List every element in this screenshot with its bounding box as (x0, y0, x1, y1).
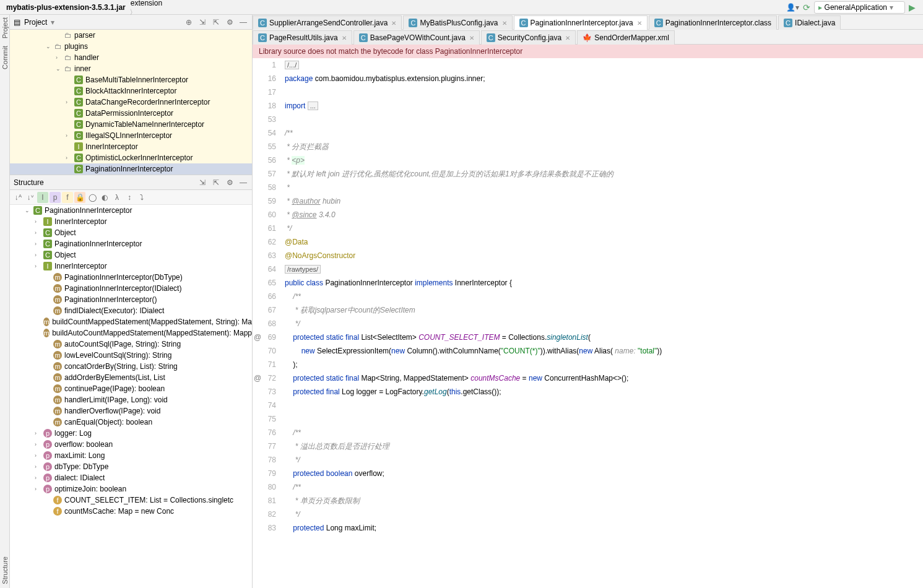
filter-field-icon[interactable]: f (62, 192, 73, 203)
structure-row[interactable]: mcontinuePage(IPage): boolean (10, 383, 252, 394)
run-icon[interactable]: ▶ (909, 2, 916, 12)
project-panel-header: ▤ Project ▾ ⊕ ⇲ ⇱ ⚙ — (10, 15, 252, 30)
user-icon[interactable]: 👤▾ (786, 3, 799, 12)
structure-row[interactable]: mPaginationInnerInterceptor(IDialect) (10, 283, 252, 294)
structure-row[interactable]: mconcatOrderBy(String, List): String (10, 361, 252, 372)
structure-row[interactable]: mhandlerOverflow(IPage): void (10, 405, 252, 417)
tree-row[interactable]: CDataPermissionInterceptor (10, 108, 252, 119)
expand-all-icon[interactable]: ⇲ (197, 17, 207, 27)
structure-row[interactable]: ›IInnerInterceptor (10, 261, 252, 272)
rail-commit[interactable]: Commit (1, 46, 9, 69)
structure-row[interactable]: maddOrderByElements(List, List (10, 372, 252, 383)
structure-toolbar: ↓ᴬ ↓ᵛ I p f 🔒 ◯ ◐ λ ↕ ⤵ (10, 190, 252, 205)
editor-tab[interactable]: CSecurityConfig.java✕ (481, 30, 576, 45)
structure-row[interactable]: fCOUNT_SELECT_ITEM: List = Collections.s… (10, 495, 252, 506)
settings-icon[interactable]: ⚙ (225, 17, 235, 27)
structure-panel-header: Structure ⇲ ⇱ ⚙ — (10, 175, 252, 190)
structure-row[interactable]: ›pmaxLimit: Long (10, 450, 252, 461)
build-icon[interactable]: ⟳ (803, 2, 810, 12)
filter-autoscroll-icon[interactable]: ⤵ (136, 192, 147, 203)
code-editor[interactable]: 116171853545556575859606162636465666768@… (253, 58, 923, 588)
editor-tab[interactable]: 🍁SendOrderMapper.xml (577, 30, 675, 45)
tree-row[interactable]: ›COptimisticLockerInnerInterceptor (10, 152, 252, 163)
project-tree[interactable]: 🗀parser⌄🗀plugins›🗀handler⌄🗀innerCBaseMul… (10, 30, 252, 175)
tree-row[interactable]: CBlockAttackInnerInterceptor (10, 85, 252, 97)
collapse-icon[interactable]: ⇱ (211, 178, 221, 188)
hide-struct-icon[interactable]: — (238, 178, 248, 188)
structure-row[interactable]: ›plogger: Log (10, 428, 252, 439)
structure-row[interactable]: mlowLevelCountSql(String): String (10, 350, 252, 361)
structure-row[interactable]: mhandlerLimit(IPage, Long): void (10, 394, 252, 405)
warning-banner: Library source does not match the byteco… (253, 45, 923, 58)
tree-row[interactable]: CBaseMultiTableInnerInterceptor (10, 74, 252, 85)
project-panel-title: Project (24, 18, 47, 27)
tree-row[interactable]: ⌄🗀plugins (10, 41, 252, 52)
structure-row[interactable]: mcanEqual(Object): boolean (10, 417, 252, 428)
filter-lambda-icon[interactable]: λ (111, 192, 123, 203)
structure-row[interactable]: mPaginationInnerInterceptor(DbType) (10, 272, 252, 283)
hide-icon[interactable]: — (238, 17, 248, 27)
structure-row[interactable]: mbuildAutoCountMappedStatement(MappedSta… (10, 327, 252, 339)
expand-icon[interactable]: ⇲ (197, 178, 207, 188)
tree-row[interactable]: IInnerInterceptor (10, 141, 252, 152)
locate-icon[interactable]: ⊕ (184, 17, 194, 27)
close-icon[interactable]: ✕ (637, 20, 642, 27)
tree-row[interactable]: 🗀parser (10, 30, 252, 41)
structure-row[interactable]: mPaginationInnerInterceptor() (10, 294, 252, 305)
structure-tree[interactable]: ⌄CPaginationInnerInterceptor›IInnerInter… (10, 205, 252, 588)
navigation-bar: mybatis-plus-extension-3.5.3.1.jar 〉com〉… (0, 0, 923, 15)
editor-tab[interactable]: CSupplierArrangeSendController.java✕ (253, 15, 402, 30)
structure-row[interactable]: fcountMsCache: Map = new Conc (10, 506, 252, 517)
structure-row[interactable]: ›poverflow: boolean (10, 439, 252, 450)
tree-row[interactable]: ›CDataChangeRecorderInnerInterceptor (10, 97, 252, 108)
gear-icon[interactable]: ⚙ (225, 178, 235, 188)
editor-tab[interactable]: CPageResultUtils.java✕ (253, 30, 352, 45)
structure-row[interactable]: mbuildCountMappedStatement(MappedStateme… (10, 316, 252, 327)
rail-project[interactable]: Project (1, 17, 9, 38)
structure-row[interactable]: ›IInnerInterceptor (10, 216, 252, 227)
run-config-select[interactable]: ▸ GeneralApplication ▾ (814, 1, 905, 14)
tree-row[interactable]: CPaginationInnerInterceptor (10, 163, 252, 175)
filter-inherited-icon[interactable]: ◯ (87, 192, 98, 203)
breadcrumb-item[interactable]: extension (128, 0, 231, 7)
tree-row[interactable]: CDynamicTableNameInnerInterceptor (10, 119, 252, 130)
editor-tab[interactable]: CBasePageVOWithCount.java✕ (353, 30, 480, 45)
structure-row[interactable]: mfindIDialect(Executor): IDialect (10, 305, 252, 316)
structure-row[interactable]: ›CObject (10, 249, 252, 261)
structure-row[interactable]: ⌄CPaginationInnerInterceptor (10, 205, 252, 216)
editor-tab[interactable]: CIDialect.java (778, 15, 841, 30)
line-gutter: 116171853545556575859606162636465666768@… (253, 58, 282, 588)
tree-row[interactable]: ⌄🗀inner (10, 63, 252, 74)
editor-tabs-row-1: CSupplierArrangeSendController.java✕CMyB… (253, 15, 923, 30)
structure-row[interactable]: ›poptimizeJoin: boolean (10, 483, 252, 495)
filter-property-icon[interactable]: p (50, 192, 61, 203)
editor-tab[interactable]: CPaginationInnerInterceptor.class (649, 15, 777, 30)
rail-structure[interactable]: Structure (1, 556, 9, 584)
filter-scroll-icon[interactable]: ↕ (124, 192, 135, 203)
collapse-all-icon[interactable]: ⇱ (211, 17, 221, 27)
editor-tabs-row-2: CPageResultUtils.java✕CBasePageVOWithCou… (253, 30, 923, 45)
structure-row[interactable]: ›CPaginationInnerInterceptor (10, 238, 252, 249)
left-rail: Project Commit Structure (0, 15, 10, 588)
filter-lock-icon[interactable]: 🔒 (74, 192, 85, 203)
close-icon[interactable]: ✕ (342, 35, 347, 41)
structure-row[interactable]: ›CObject (10, 227, 252, 238)
structure-row[interactable]: ›pdialect: IDialect (10, 472, 252, 483)
sort-alpha-icon[interactable]: ↓ᴬ (12, 192, 24, 203)
close-icon[interactable]: ✕ (469, 35, 474, 41)
structure-row[interactable]: mautoCountSql(IPage, String): String (10, 339, 252, 350)
tree-row[interactable]: ›🗀handler (10, 52, 252, 63)
filter-interface-icon[interactable]: I (37, 192, 48, 203)
structure-panel-title: Structure (14, 178, 44, 187)
close-icon[interactable]: ✕ (391, 20, 396, 27)
sort-vis-icon[interactable]: ↓ᵛ (25, 192, 36, 203)
structure-row[interactable]: ›pdbType: DbType (10, 461, 252, 472)
code-content[interactable]: /.../package com.baomidou.mybatisplus.ex… (282, 58, 923, 588)
filter-anon-icon[interactable]: ◐ (99, 192, 110, 203)
close-icon[interactable]: ✕ (565, 35, 570, 41)
close-icon[interactable]: ✕ (502, 20, 507, 27)
breadcrumb-jar[interactable]: mybatis-plus-extension-3.5.3.1.jar (4, 3, 128, 12)
editor-tab[interactable]: CPaginationInnerInterceptor.java✕ (514, 15, 648, 30)
tree-row[interactable]: ›CIllegalSQLInnerInterceptor (10, 130, 252, 141)
editor-tab[interactable]: CMyBatisPlusConfig.java✕ (403, 15, 512, 30)
